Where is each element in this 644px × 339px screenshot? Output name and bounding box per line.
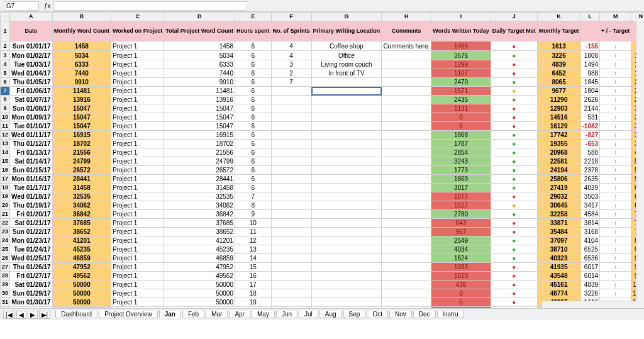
col-M[interactable]: M — [600, 13, 631, 21]
mwc-cell[interactable]: 47952 — [52, 263, 111, 272]
spr-cell[interactable] — [271, 122, 311, 131]
tp-cell[interactable]: 50000 — [164, 289, 235, 298]
hrs-cell[interactable]: 12 — [235, 236, 272, 245]
mwc-cell[interactable]: 34062 — [52, 201, 111, 210]
row-18[interactable]: 18 — [1, 184, 10, 192]
trend-arrow[interactable] — [600, 69, 631, 78]
loc-cell[interactable]: Living room couch — [311, 60, 382, 69]
mt-cell[interactable]: 12903 — [537, 104, 580, 113]
date-cell[interactable]: Thu 01/12/17 — [10, 140, 53, 148]
mt-cell[interactable]: 20968 — [537, 148, 580, 157]
spr-cell[interactable] — [271, 96, 311, 104]
tp-cell[interactable]: 15047 — [164, 122, 235, 131]
trend-arrow[interactable] — [600, 122, 631, 131]
daily-target-icon[interactable] — [491, 78, 537, 87]
col-L[interactable]: L — [580, 13, 600, 21]
hrs-cell[interactable]: 6 — [235, 51, 272, 60]
header-worked-on-project[interactable]: Worked on Project — [111, 21, 164, 42]
spr-cell[interactable] — [271, 228, 311, 236]
wt-cell[interactable]: 967 — [431, 228, 491, 236]
name-box[interactable] — [4, 1, 39, 11]
tp-cell[interactable]: 41201 — [164, 236, 235, 245]
com-cell[interactable] — [382, 122, 431, 131]
proj-cell[interactable]: Project 1 — [111, 254, 164, 263]
tp-cell[interactable]: 26572 — [164, 166, 235, 175]
mt-cell[interactable]: 25806 — [537, 175, 580, 184]
header-hours-spent[interactable]: Hours spent — [235, 21, 272, 42]
loc-cell[interactable] — [311, 298, 382, 307]
date-cell[interactable]: Sat 01/14/17 — [10, 157, 53, 166]
row-12[interactable]: 12 — [1, 131, 10, 140]
proj-cell[interactable]: Project 1 — [111, 192, 164, 201]
hrs-cell[interactable]: 19 — [235, 298, 272, 307]
row-7[interactable]: 7 — [1, 87, 10, 96]
trend-arrow[interactable] — [600, 166, 631, 175]
header-total-project-word-count[interactable]: Total Project Word Count — [164, 21, 235, 42]
formula-bar[interactable] — [53, 1, 247, 11]
com-cell[interactable] — [382, 219, 431, 228]
hrs-cell[interactable]: 18 — [235, 289, 272, 298]
mwc-cell[interactable]: 28441 — [52, 175, 111, 184]
mwc-cell[interactable]: 50000 — [52, 281, 111, 289]
daily-target-icon[interactable] — [491, 96, 537, 104]
com-cell[interactable] — [382, 131, 431, 140]
com-cell[interactable] — [382, 157, 431, 166]
mt-cell[interactable]: 22581 — [537, 157, 580, 166]
proj-cell[interactable]: Project 1 — [111, 122, 164, 131]
col-E[interactable]: E — [235, 13, 272, 21]
wt-cell[interactable]: 1868 — [431, 131, 491, 140]
mwc-cell[interactable]: 24799 — [52, 157, 111, 166]
mwc-cell[interactable]: 31458 — [52, 184, 111, 192]
select-all[interactable] — [1, 13, 10, 21]
trend-arrow[interactable] — [600, 42, 631, 51]
com-cell[interactable] — [382, 69, 431, 78]
daily-target-icon[interactable] — [491, 148, 537, 157]
col-B[interactable]: B — [52, 13, 111, 21]
header-daily-target-met[interactable]: Daily Target Met — [491, 21, 537, 42]
com-cell[interactable] — [382, 289, 431, 298]
plus-cell[interactable]: 2626 — [580, 96, 600, 104]
loc-cell[interactable] — [311, 263, 382, 272]
wt-cell[interactable]: 1571 — [431, 87, 491, 96]
row-6[interactable]: 6 — [1, 78, 10, 87]
com-cell[interactable] — [382, 245, 431, 254]
date-cell[interactable]: Thu 01/26/17 — [10, 263, 53, 272]
plus-cell[interactable]: 588 — [580, 148, 600, 157]
mwc-cell[interactable]: 18702 — [52, 140, 111, 148]
tp-cell[interactable]: 45235 — [164, 245, 235, 254]
loc-cell[interactable] — [311, 157, 382, 166]
plus-cell[interactable]: -1082 — [580, 122, 600, 131]
wt-cell[interactable]: 1624 — [431, 254, 491, 263]
daily-target-icon[interactable] — [491, 42, 537, 51]
wt-cell[interactable]: 1077 — [431, 192, 491, 201]
tab-jan[interactable]: Jan — [159, 311, 181, 318]
loc-cell[interactable] — [311, 131, 382, 140]
com-cell[interactable] — [382, 175, 431, 184]
daily-target-icon[interactable] — [491, 51, 537, 60]
wt-cell[interactable]: 1131 — [431, 104, 491, 113]
trend-arrow[interactable] — [600, 148, 631, 157]
com-cell[interactable] — [382, 140, 431, 148]
proj-cell[interactable]: Project 1 — [111, 263, 164, 272]
daily-target-icon[interactable] — [491, 140, 537, 148]
mt-cell[interactable]: 11290 — [537, 96, 580, 104]
com-cell[interactable] — [382, 192, 431, 201]
row-13[interactable]: 13 — [1, 140, 10, 148]
com-cell[interactable] — [382, 60, 431, 69]
daily-target-icon[interactable] — [491, 210, 537, 219]
spr-cell[interactable] — [271, 131, 311, 140]
tab-nav[interactable]: ▶ — [28, 311, 38, 319]
proj-cell[interactable]: Project 1 — [111, 148, 164, 157]
mwc-cell[interactable]: 26572 — [52, 166, 111, 175]
tp-cell[interactable]: 24799 — [164, 157, 235, 166]
tab-dashboard[interactable]: Dashboard — [55, 311, 97, 318]
com-cell[interactable] — [382, 201, 431, 210]
trend-arrow[interactable] — [600, 51, 631, 60]
com-cell[interactable] — [382, 228, 431, 236]
tp-cell[interactable]: 13916 — [164, 96, 235, 104]
row-31[interactable]: 31 — [1, 298, 10, 307]
spr-cell[interactable] — [271, 148, 311, 157]
wt-cell[interactable]: 1107 — [431, 69, 491, 78]
row-20[interactable]: 20 — [1, 201, 10, 210]
daily-target-icon[interactable] — [491, 157, 537, 166]
